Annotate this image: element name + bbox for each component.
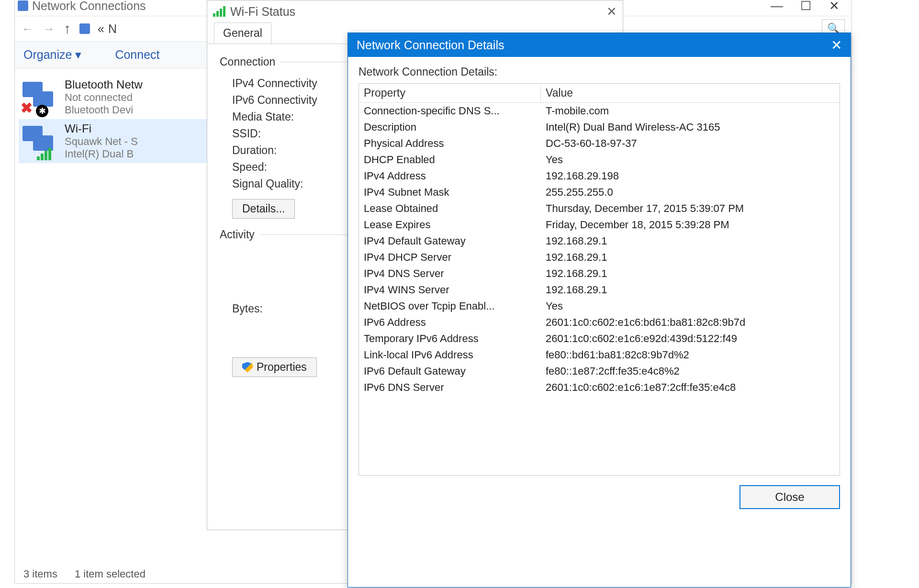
cell-property: Connection-specific DNS S... <box>359 103 541 119</box>
header-value[interactable]: Value <box>541 84 840 102</box>
maximize-button[interactable]: ☐ <box>791 0 820 16</box>
breadcrumb-prefix: « <box>98 22 104 36</box>
item-name: Bluetooth Netw <box>65 78 143 91</box>
ws-title: Wi-Fi Status <box>230 5 295 19</box>
ws-close-button[interactable]: ✕ <box>606 4 617 19</box>
properties-button[interactable]: Properties <box>232 357 317 377</box>
cell-property: Lease Expires <box>359 217 541 233</box>
table-row[interactable]: DescriptionIntel(R) Dual Band Wireless-A… <box>359 119 840 135</box>
minimize-button[interactable]: ― <box>762 0 791 16</box>
status-selected: 1 item selected <box>75 568 146 580</box>
nc-title: Network Connections <box>32 0 146 13</box>
list-item-wifi[interactable]: Wi-Fi Squawk Net - S Intel(R) Dual B <box>19 119 215 163</box>
cell-property: IPv4 DNS Server <box>359 266 541 282</box>
address-icon <box>79 23 90 34</box>
cell-value: 255.255.255.0 <box>541 184 840 200</box>
details-table: Property Value Connection-specific DNS S… <box>359 83 840 476</box>
cell-property: Lease Obtained <box>359 200 541 217</box>
table-row[interactable]: DHCP EnabledYes <box>359 152 840 168</box>
status-bar: 3 items 1 item selected <box>23 568 146 580</box>
table-row[interactable]: IPv4 DHCP Server192.168.29.1 <box>359 249 840 266</box>
item-adapter: Intel(R) Dual B <box>65 148 138 160</box>
connection-details-window: Network Connection Details ✕ Network Con… <box>347 33 851 588</box>
cell-property: NetBIOS over Tcpip Enabl... <box>359 298 541 314</box>
table-row[interactable]: Connection-specific DNS S...T-mobile.com <box>359 103 840 119</box>
list-item-bluetooth[interactable]: ✖ ✱ Bluetooth Netw Not connected Bluetoo… <box>19 75 215 119</box>
connection-group-label: Connection <box>219 55 280 68</box>
ws-titlebar: Wi-Fi Status ✕ <box>207 0 623 22</box>
cell-value: DC-53-60-18-97-37 <box>541 135 840 152</box>
table-row[interactable]: Temporary IPv6 Address2601:1c0:c602:e1c6… <box>359 331 840 347</box>
organize-menu[interactable]: Organize ▾ <box>23 48 81 62</box>
back-button[interactable]: ← <box>22 22 34 36</box>
cell-property: Physical Address <box>359 135 541 152</box>
cell-value: Thursday, December 17, 2015 5:39:07 PM <box>541 200 840 217</box>
table-row[interactable]: IPv4 DNS Server192.168.29.1 <box>359 266 840 282</box>
close-button[interactable]: ✕ <box>820 0 849 16</box>
table-row[interactable]: Physical AddressDC-53-60-18-97-37 <box>359 135 840 152</box>
properties-label: Properties <box>257 361 307 374</box>
signal-bars-icon <box>37 148 51 160</box>
table-row[interactable]: IPv4 WINS Server192.168.29.1 <box>359 282 840 298</box>
cell-property: IPv4 DHCP Server <box>359 249 541 266</box>
table-row[interactable]: IPv6 DNS Server2601:1c0:c602:e1c6:1e87:2… <box>359 379 840 396</box>
cell-property: DHCP Enabled <box>359 152 541 168</box>
cell-value: 192.168.29.1 <box>541 282 840 298</box>
table-row[interactable]: IPv6 Default Gatewayfe80::1e87:2cff:fe35… <box>359 363 840 379</box>
cd-titlebar: Network Connection Details ✕ <box>348 33 851 57</box>
cell-value: 192.168.29.198 <box>541 168 840 184</box>
cell-value: fe80::bd61:ba81:82c8:9b7d%2 <box>541 347 840 363</box>
cell-value: Yes <box>541 152 840 168</box>
up-button[interactable]: ↑ <box>64 21 71 37</box>
close-button[interactable]: Close <box>740 485 840 509</box>
network-icon <box>22 124 57 158</box>
cell-property: IPv4 Subnet Mask <box>359 184 541 200</box>
cell-property: IPv4 WINS Server <box>359 282 541 298</box>
connect-menu[interactable]: Connect <box>115 48 159 62</box>
cell-property: IPv4 Address <box>359 168 541 184</box>
item-adapter: Bluetooth Devi <box>65 104 143 116</box>
cell-value: 192.168.29.1 <box>541 233 840 249</box>
cd-caption: Network Connection Details: <box>359 66 840 78</box>
cell-value: 192.168.29.1 <box>541 249 840 266</box>
tab-general[interactable]: General <box>214 22 271 44</box>
table-row[interactable]: Lease ExpiresFriday, December 18, 2015 5… <box>359 217 840 233</box>
shield-icon <box>242 362 253 373</box>
item-status: Not connected <box>65 91 143 104</box>
cd-title: Network Connection Details <box>357 38 504 52</box>
item-name: Wi-Fi <box>65 122 138 135</box>
cell-value: T-mobile.com <box>541 103 840 119</box>
cell-property: IPv6 Default Gateway <box>359 363 541 379</box>
forward-button[interactable]: → <box>43 22 55 36</box>
nc-window-icon <box>18 0 28 11</box>
table-row[interactable]: Link-local IPv6 Addressfe80::bd61:ba81:8… <box>359 347 840 363</box>
cell-property: Description <box>359 119 541 135</box>
cell-value: 2601:1c0:c602:e1c6:1e87:2cff:fe35:e4c8 <box>541 379 840 396</box>
cd-close-x[interactable]: ✕ <box>831 37 842 53</box>
cell-property: IPv4 Default Gateway <box>359 233 541 249</box>
cell-property: IPv6 Address <box>359 314 541 331</box>
bluetooth-icon: ✱ <box>36 105 48 117</box>
header-property[interactable]: Property <box>359 84 541 102</box>
address-bar[interactable]: « N <box>79 22 117 36</box>
cell-value: 2601:1c0:c602:e1c6:e92d:439d:5122:f49 <box>541 331 840 347</box>
cell-value: 2601:1c0:c602:e1c6:bd61:ba81:82c8:9b7d <box>541 314 840 331</box>
item-status: Squawk Net - S <box>65 135 138 148</box>
table-row[interactable]: IPv6 Address2601:1c0:c602:e1c6:bd61:ba81… <box>359 314 840 331</box>
details-button[interactable]: Details... <box>232 199 295 219</box>
disconnected-icon: ✖ <box>21 100 33 116</box>
cell-value: 192.168.29.1 <box>541 266 840 282</box>
table-row[interactable]: IPv4 Address192.168.29.198 <box>359 168 840 184</box>
activity-group-label: Activity <box>219 228 259 241</box>
table-header: Property Value <box>359 84 840 103</box>
table-row[interactable]: IPv4 Subnet Mask255.255.255.0 <box>359 184 840 200</box>
status-count: 3 items <box>23 568 57 580</box>
table-row[interactable]: Lease ObtainedThursday, December 17, 201… <box>359 200 840 217</box>
signal-bars-icon <box>213 6 225 17</box>
cell-value: Friday, December 18, 2015 5:39:28 PM <box>541 217 840 233</box>
breadcrumb-text: N <box>108 22 117 36</box>
cell-value: Intel(R) Dual Band Wireless-AC 3165 <box>541 119 840 135</box>
network-icon: ✖ ✱ <box>22 80 57 114</box>
table-row[interactable]: NetBIOS over Tcpip Enabl...Yes <box>359 298 840 314</box>
table-row[interactable]: IPv4 Default Gateway192.168.29.1 <box>359 233 840 249</box>
